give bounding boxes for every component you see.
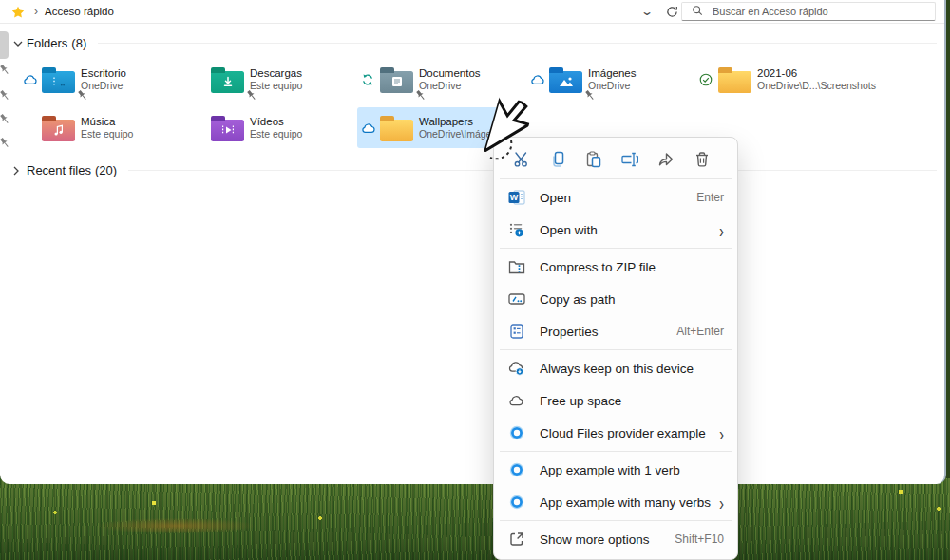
menu-item-always-keep-on-this-device[interactable]: Always keep on this device — [498, 352, 733, 384]
folder-icon — [42, 120, 75, 141]
paste-icon[interactable] — [576, 145, 612, 174]
status-placeholder — [192, 73, 208, 86]
menu-item-label: Free up space — [540, 394, 724, 408]
breadcrumb[interactable]: Acceso rápido — [45, 6, 114, 17]
share-icon[interactable] — [648, 145, 684, 174]
menu-separator — [500, 451, 732, 452]
folder-icon — [549, 71, 582, 93]
folder-name: Música — [81, 116, 133, 128]
menu-item-label: App example with many verbs — [540, 495, 719, 510]
path-icon — [507, 290, 525, 308]
section-title: Recent files — [27, 163, 91, 177]
folder-icon — [380, 71, 413, 93]
context-menu: WOpenEnterOpen with›Compress to ZIP file… — [493, 137, 738, 560]
menu-item-app-example-with-many-verbs[interactable]: App example with many verbs› — [498, 486, 733, 518]
menu-item-shortcut: Shift+F10 — [674, 532, 724, 546]
address-dropdown-button[interactable]: ⌄ — [634, 2, 660, 21]
menu-item-shortcut: Alt+Enter — [676, 325, 724, 338]
menu-item-label: Always keep on this device — [540, 362, 724, 376]
folder-item-im-genes[interactable]: ImágenesOneDrive — [526, 59, 669, 100]
context-menu-quick-actions — [498, 141, 733, 177]
submenu-chevron-icon: › — [719, 423, 724, 442]
menu-item-shortcut: Enter — [696, 191, 724, 204]
menu-item-show-more-options[interactable]: Show more optionsShift+F10 — [498, 523, 733, 555]
menu-item-label: Compress to ZIP file — [540, 260, 724, 274]
folder-icon — [718, 71, 751, 93]
menu-item-free-up-space[interactable]: Free up space — [498, 384, 733, 417]
folder-name: Wallpapers — [419, 116, 500, 128]
ring-icon — [507, 461, 525, 478]
desktop-wallpaper — [0, 478, 950, 560]
section-header-folders[interactable]: Folders (8) — [13, 36, 937, 50]
folder-item-descargas[interactable]: DescargasEste equipo — [188, 59, 331, 100]
section-title: Folders — [27, 36, 67, 50]
folder-item-escritorio[interactable]: EscritorioOneDrive — [19, 59, 162, 100]
folder-location: OneDrive — [419, 80, 481, 92]
explorer-window: › Acceso rápido ⌄ Folders (8) Escritorio… — [0, 0, 946, 484]
folder-icon — [42, 71, 75, 93]
pin-icon — [585, 88, 595, 101]
submenu-chevron-icon: › — [719, 493, 724, 512]
pin-icon — [78, 88, 87, 101]
menu-item-open-with[interactable]: Open with› — [498, 214, 733, 246]
folder-name: Descargas — [250, 67, 302, 80]
folder-icon — [211, 71, 244, 93]
folder-item-2021-06[interactable]: 2021-06OneDrive\D...\Screenshots — [695, 59, 838, 100]
search-input[interactable] — [711, 5, 935, 18]
folder-name: Escritorio — [81, 67, 126, 80]
folder-item-m-sica[interactable]: MúsicaEste equipo — [19, 107, 162, 148]
menu-separator — [500, 349, 732, 350]
menu-item-label: Open — [540, 191, 696, 205]
nav-pane-scroll-thumb[interactable] — [0, 31, 9, 59]
folder-location: Este equipo — [250, 128, 302, 140]
delete-icon[interactable] — [684, 145, 720, 174]
breadcrumb-chevron-icon: › — [34, 6, 38, 17]
menu-item-label: App example with 1 verb — [540, 463, 724, 477]
cloud-icon — [507, 392, 525, 409]
refresh-button[interactable] — [662, 2, 681, 21]
folder-item-v-deos[interactable]: VídeosEste equipo — [188, 107, 331, 148]
ring-icon — [507, 494, 525, 511]
pin-icon — [247, 88, 256, 101]
copy-icon[interactable] — [540, 145, 576, 174]
pin-icon — [0, 63, 10, 76]
menu-item-open[interactable]: WOpenEnter — [498, 181, 733, 214]
chevron-down-icon[interactable] — [13, 41, 27, 47]
quick-access-star-icon[interactable] — [9, 2, 28, 21]
folder-location: OneDrive — [81, 80, 126, 92]
menu-item-copy-as-path[interactable]: Copy as path — [498, 283, 733, 315]
section-count: (20) — [95, 163, 117, 177]
cloud-status-icon — [530, 73, 546, 86]
menu-separator — [500, 520, 732, 521]
zip-icon — [507, 258, 525, 275]
status-placeholder — [23, 121, 39, 135]
menu-item-compress-to-zip-file[interactable]: Compress to ZIP file — [498, 251, 733, 283]
folder-item-wallpapers[interactable]: WallpapersOneDrive\Imágenes — [357, 107, 500, 148]
pin-icon — [416, 88, 426, 101]
menu-item-label: Copy as path — [540, 292, 724, 307]
menu-item-label: Show more options — [540, 532, 674, 547]
chevron-right-icon[interactable] — [13, 166, 27, 176]
menu-item-label: Open with — [540, 223, 719, 237]
menu-item-app-example-with-1-verb[interactable]: App example with 1 verb — [498, 454, 733, 486]
folder-item-documentos[interactable]: DocumentosOneDrive — [357, 59, 500, 100]
cloud-keep-icon — [507, 360, 525, 377]
rename-icon[interactable] — [612, 145, 648, 174]
search-box[interactable] — [681, 2, 936, 21]
more-icon — [507, 531, 525, 548]
svg-text:W: W — [509, 193, 518, 202]
submenu-chevron-icon: › — [719, 220, 724, 239]
menu-item-cloud-files-provider-example[interactable]: Cloud Files provider example› — [498, 417, 733, 449]
section-count: (8) — [71, 36, 86, 50]
folder-icon — [380, 120, 413, 141]
pin-icon — [0, 88, 10, 102]
pin-icon — [0, 136, 10, 149]
section-header-recent-files[interactable]: Recent files (20) — [13, 163, 937, 177]
pin-icon — [0, 112, 10, 125]
cloud-status-icon — [361, 121, 377, 135]
word-icon: W — [507, 189, 525, 206]
folder-icon — [211, 120, 244, 141]
menu-separator — [500, 248, 732, 249]
folder-name: Imágenes — [588, 67, 636, 80]
menu-item-properties[interactable]: PropertiesAlt+Enter — [498, 315, 733, 347]
